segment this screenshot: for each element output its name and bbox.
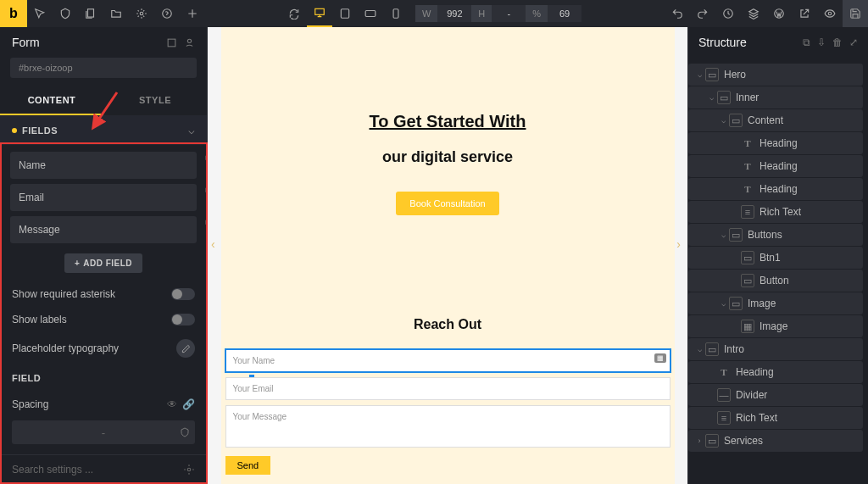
fields-section-header[interactable]: FIELDS ⌵: [0, 115, 207, 145]
width-value[interactable]: 992: [437, 5, 471, 22]
tree-item-heading[interactable]: THeading: [688, 361, 863, 383]
add-field-button[interactable]: +ADD FIELD: [64, 253, 142, 273]
field-item[interactable]: Message⧉🗑: [10, 216, 197, 243]
hero-heading-1[interactable]: To Get Started With: [221, 112, 675, 131]
spacing-input[interactable]: -: [12, 420, 195, 444]
save-icon[interactable]: [843, 0, 868, 27]
help-icon[interactable]: [154, 0, 180, 27]
zoom-label: %: [526, 5, 548, 22]
typography-edit-button[interactable]: [176, 339, 195, 358]
search-settings-input[interactable]: Search settings ...: [12, 464, 93, 476]
zoom-value[interactable]: 69: [548, 5, 581, 22]
tree-item-heading[interactable]: THeading: [688, 132, 863, 154]
height-value[interactable]: -: [492, 5, 526, 22]
field-section-header[interactable]: FIELD: [0, 364, 207, 392]
undo-icon[interactable]: [665, 0, 690, 27]
preview-icon[interactable]: [817, 0, 843, 27]
width-label: W: [415, 5, 437, 22]
desktop-icon[interactable]: [307, 0, 332, 27]
tree-item-button[interactable]: ▭Button: [688, 270, 863, 292]
form-name-input[interactable]: Your Name▦: [225, 349, 670, 372]
shield-icon[interactable]: [53, 0, 78, 27]
tree-caret-icon[interactable]: ›: [693, 437, 705, 445]
tree-caret-icon[interactable]: ⌵: [693, 70, 705, 79]
tree-item-image[interactable]: ⌵▭Image: [688, 292, 863, 314]
tree-caret-icon[interactable]: ⌵: [717, 231, 729, 239]
form-heading[interactable]: Reach Out: [225, 317, 670, 332]
layers-icon[interactable]: [741, 0, 766, 27]
tree-item-heading[interactable]: THeading: [688, 155, 863, 177]
tree-item-inner[interactable]: ⌵▭Inner: [688, 86, 863, 108]
copy-icon[interactable]: ⧉: [803, 36, 810, 48]
send-button[interactable]: Send: [225, 456, 271, 475]
show-labels-toggle[interactable]: [171, 314, 195, 325]
tree-item-btn1[interactable]: ▭Btn1: [688, 247, 863, 269]
svg-point-2: [163, 9, 172, 19]
tree-item-label: Btn1: [760, 252, 781, 264]
tree-item-services[interactable]: ›▭Services: [688, 430, 863, 452]
eye-icon[interactable]: 👁: [167, 398, 177, 410]
collapse-icon[interactable]: ⤢: [849, 36, 858, 48]
gear-icon[interactable]: [183, 464, 195, 476]
link-icon[interactable]: 🔗: [182, 398, 195, 410]
app-logo[interactable]: b: [0, 0, 27, 27]
history-icon[interactable]: [715, 0, 741, 27]
form-message-input[interactable]: Your Message: [225, 405, 670, 448]
tree-caret-icon[interactable]: ⌵: [717, 299, 729, 308]
css-id-field[interactable]: #brxe-oizoop: [10, 58, 197, 78]
show-labels-control: Show labels: [0, 307, 207, 332]
carousel-next-icon[interactable]: ›: [676, 237, 681, 251]
wordpress-icon[interactable]: [766, 0, 792, 27]
tree-item-rich-text[interactable]: ≡Rich Text: [688, 407, 863, 429]
tree-item-label: Content: [748, 114, 783, 126]
svg-point-9: [828, 12, 832, 15]
canvas-preview[interactable]: To Get Started With our digital service …: [208, 27, 687, 484]
tab-style[interactable]: STYLE: [103, 86, 207, 115]
delete-icon[interactable]: 🗑: [832, 36, 843, 48]
carousel-prev-icon[interactable]: ‹: [211, 237, 215, 251]
tree-item-hero[interactable]: ⌵▭Hero: [688, 64, 863, 86]
tree-caret-icon[interactable]: ⌵: [717, 116, 729, 125]
svg-rect-11: [168, 39, 175, 47]
show-asterisk-toggle[interactable]: [171, 288, 195, 300]
field-item[interactable]: Email⧉🗑: [10, 184, 197, 211]
tree-caret-icon[interactable]: ⌵: [693, 345, 705, 353]
unit-toggle-icon[interactable]: [180, 427, 190, 437]
plus-icon: +: [75, 259, 80, 268]
tree-item-label: Heading: [760, 160, 798, 172]
tree-item-buttons[interactable]: ⌵▭Buttons: [688, 224, 863, 246]
tree-caret-icon[interactable]: ⌵: [705, 93, 717, 102]
mobile-icon[interactable]: [383, 0, 409, 27]
pages-icon[interactable]: [78, 0, 103, 27]
tree-item-intro[interactable]: ⌵▭Intro: [688, 338, 863, 360]
cursor-icon[interactable]: [27, 0, 53, 27]
element-id-icon[interactable]: [184, 37, 195, 48]
tree-item-image[interactable]: ▦Image: [688, 315, 863, 337]
refresh-icon[interactable]: [281, 0, 307, 27]
show-asterisk-control: Show required asterisk: [0, 281, 207, 307]
tree-item-divider[interactable]: —Divider: [688, 384, 863, 406]
panel-tabs: CONTENT STYLE: [0, 86, 207, 115]
tree-item-content[interactable]: ⌵▭Content: [688, 109, 863, 131]
tree-item-rich-text[interactable]: ≡Rich Text: [688, 201, 863, 223]
dimensions-display: W 992 H - % 69: [415, 5, 581, 22]
field-list: Name⧉🗑 Email⧉🗑 Message⧉🗑: [0, 145, 207, 248]
field-item[interactable]: Name⧉🗑: [10, 152, 197, 179]
cta-button[interactable]: Book Consultation: [396, 192, 498, 215]
tree-item-label: Hero: [724, 69, 746, 81]
element-class-icon[interactable]: [166, 37, 177, 48]
tab-content[interactable]: CONTENT: [0, 86, 103, 115]
hero-heading-2[interactable]: our digital service: [221, 148, 675, 166]
redo-icon[interactable]: [690, 0, 715, 27]
form-email-input[interactable]: Your Email: [225, 377, 670, 400]
tree-item-heading[interactable]: THeading: [688, 178, 863, 200]
tablet-icon[interactable]: [358, 0, 383, 27]
import-icon[interactable]: ⇩: [817, 36, 826, 48]
height-label: H: [471, 5, 492, 22]
tablet-landscape-icon[interactable]: [332, 0, 358, 27]
tree-item-label: Inner: [736, 92, 759, 103]
gear-icon[interactable]: [129, 0, 154, 27]
plus-icon[interactable]: [180, 0, 205, 27]
folder-icon[interactable]: [103, 0, 129, 27]
external-link-icon[interactable]: [792, 0, 817, 27]
